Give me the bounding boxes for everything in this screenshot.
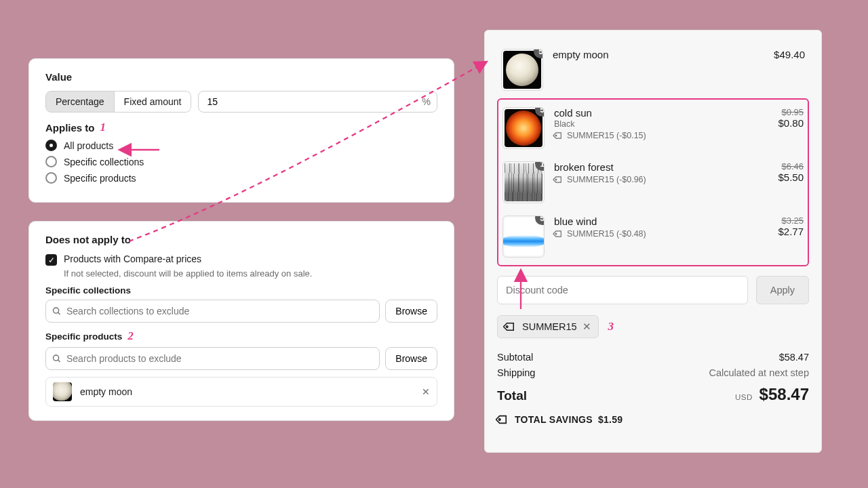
cart-item-body: blue wind SUMMER15 (-$0.48): [554, 216, 747, 239]
browse-collections-button[interactable]: Browse: [385, 300, 437, 323]
cart-item-strike: $3.25: [756, 216, 804, 226]
collections-search-wrap: [45, 300, 380, 323]
cart-line-item: 5 blue wind SUMMER15 (-$0.48) $3.25 $2.7…: [498, 209, 808, 264]
value-input-wrap: %: [198, 91, 437, 113]
applies-to-label: Applies to 1: [45, 121, 437, 134]
value-title: Value: [45, 71, 437, 83]
remove-code-icon[interactable]: ✕: [583, 321, 591, 332]
browse-products-button[interactable]: Browse: [385, 347, 437, 370]
radio-specific-collections[interactable]: Specific collections: [45, 156, 437, 167]
discount-value-input[interactable]: [198, 91, 437, 113]
shipping-label: Shipping: [497, 367, 535, 378]
subtotal-row: Subtotal $58.47: [497, 352, 809, 363]
radio-icon: [45, 172, 57, 184]
value-type-segment: Percentage Fixed amount: [45, 91, 191, 113]
cart-thumb: 5: [502, 107, 545, 149]
exclude-collections-label: Specific collections: [45, 285, 437, 296]
radio-label: Specific collections: [64, 157, 144, 167]
cart-item-name: blue wind: [554, 216, 747, 227]
tag-icon: [502, 318, 519, 335]
applied-code-label: SUMMER15: [522, 321, 577, 332]
remove-product-icon[interactable]: ✕: [422, 386, 430, 397]
cart-item-body: broken forest SUMMER15 (-$0.96): [554, 161, 747, 184]
value-row: Percentage Fixed amount %: [45, 91, 437, 113]
cart-item-price: $49.40: [757, 49, 805, 60]
cart-thumb: 1: [502, 161, 545, 203]
cart-item-prices: $49.40: [757, 49, 805, 60]
cart-item-discount-tag: SUMMER15 (-$0.15): [554, 131, 747, 140]
exclude-products-row: Browse: [45, 347, 437, 370]
cart-item-prices: $3.25 $2.77: [756, 216, 804, 237]
cart-item-price: $2.77: [756, 226, 804, 237]
search-icon: [52, 306, 62, 317]
svg-point-5: [555, 179, 557, 181]
cart-line-item: 1 broken forest SUMMER15 (-$0.96) $6.46 …: [498, 155, 808, 209]
cart-item-name: empty moon: [553, 49, 748, 60]
checkbox-helper: If not selected, discount will be applie…: [64, 268, 437, 279]
svg-point-8: [498, 418, 500, 420]
cart-line-item: 5 empty moon $49.40: [497, 43, 809, 97]
exclude-products-label: Specific products 2: [45, 329, 437, 343]
cart-line-item: 5 cold sun Black SUMMER15 (-$0.15) $0.95…: [498, 101, 808, 155]
annotation-3: 3: [608, 320, 614, 333]
collections-search-input[interactable]: [45, 300, 380, 323]
product-thumb-icon: [53, 382, 72, 401]
tag-icon: [552, 129, 566, 142]
cart-thumb: 5: [502, 216, 545, 258]
exclude-collections-row: Browse: [45, 300, 437, 323]
tag-icon: [552, 173, 566, 186]
cart-item-body: cold sun Black SUMMER15 (-$0.15): [554, 107, 747, 140]
cart-item-variant: Black: [554, 119, 747, 129]
cart-thumb: 5: [501, 49, 543, 91]
total-row: Total USD $58.47: [497, 385, 809, 404]
shipping-row: Shipping Calculated at next step: [497, 367, 809, 378]
percent-suffix: %: [422, 96, 431, 107]
checkbox-checked-icon: ✓: [45, 254, 57, 266]
excluded-product-chip: empty moon ✕: [45, 377, 437, 407]
cart-item-name: broken forest: [554, 161, 747, 173]
subtotal-value: $58.47: [779, 352, 809, 363]
cart-item-body: empty moon: [553, 49, 748, 60]
products-search-wrap: [45, 347, 380, 370]
compare-at-checkbox-row[interactable]: ✓ Products with Compare-at prices: [45, 253, 437, 266]
tag-icon: [552, 227, 566, 241]
cart-item-discount-tag: SUMMER15 (-$0.96): [554, 175, 747, 184]
percentage-button[interactable]: Percentage: [45, 91, 115, 113]
applied-discount-chip: SUMMER15 ✕: [497, 315, 599, 338]
svg-point-6: [555, 233, 557, 235]
cart-item-price: $0.80: [756, 117, 804, 129]
cart-panel: 5 empty moon $49.40 5 cold sun Black SUM…: [484, 30, 822, 453]
discount-code-input[interactable]: [497, 276, 748, 304]
savings-value: $1.59: [598, 414, 623, 425]
radio-all-products[interactable]: All products: [45, 140, 437, 151]
savings-label: TOTAL SAVINGS: [515, 414, 593, 425]
annotation-2: 2: [127, 329, 134, 343]
svg-line-3: [58, 360, 60, 362]
savings-row: TOTAL SAVINGS $1.59: [497, 413, 809, 426]
svg-point-7: [506, 325, 508, 327]
tag-icon: [494, 411, 511, 428]
cart-item-prices: $0.95 $0.80: [756, 107, 804, 129]
cart-item-discount-tag: SUMMER15 (-$0.48): [554, 229, 747, 239]
radio-label: Specific products: [64, 173, 136, 184]
svg-line-1: [58, 312, 60, 314]
products-search-input[interactable]: [45, 347, 380, 370]
excluded-product-name: empty moon: [80, 386, 132, 397]
fixed-amount-button[interactable]: Fixed amount: [115, 91, 192, 113]
annotation-1: 1: [100, 121, 106, 134]
subtotal-label: Subtotal: [497, 352, 533, 363]
total-value: $58.47: [760, 385, 809, 403]
svg-point-0: [54, 308, 59, 313]
totals-block: Subtotal $58.47 Shipping Calculated at n…: [497, 352, 809, 426]
search-icon: [52, 354, 62, 364]
cart-item-price: $5.50: [756, 171, 804, 183]
apply-button[interactable]: Apply: [756, 276, 809, 304]
checkbox-label: Products with Compare-at prices: [64, 253, 201, 264]
cart-item-name: cold sun: [554, 107, 747, 119]
radio-icon: [45, 140, 57, 151]
svg-point-4: [555, 135, 557, 137]
radio-specific-products[interactable]: Specific products: [45, 172, 437, 184]
svg-point-2: [54, 355, 59, 361]
radio-label: All products: [64, 140, 113, 151]
total-label: Total: [497, 388, 527, 403]
